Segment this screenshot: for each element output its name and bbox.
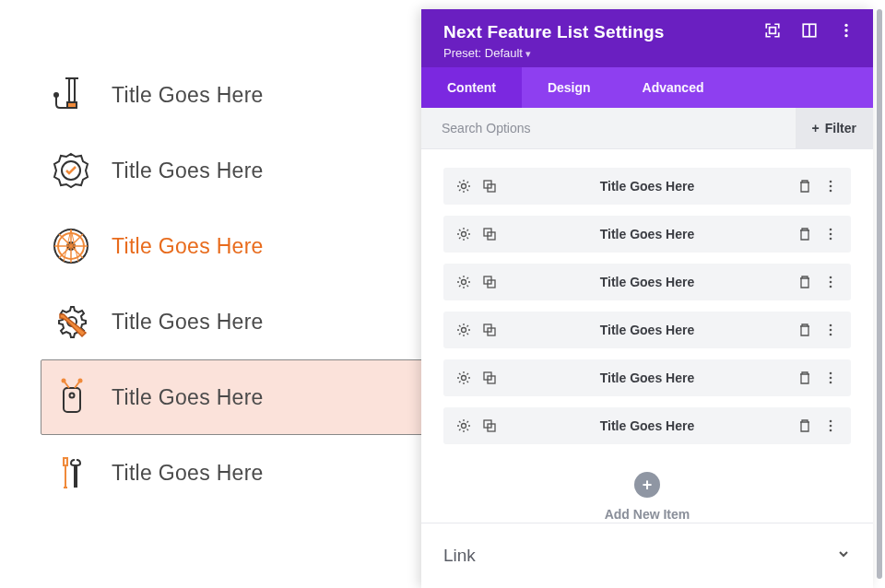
feature-item-label: Title Goes Here xyxy=(112,385,264,410)
gear-icon[interactable] xyxy=(456,323,471,337)
trash-icon[interactable] xyxy=(797,227,812,241)
list-row[interactable]: Title Goes Here xyxy=(443,264,851,300)
filter-button[interactable]: + Filter xyxy=(796,108,873,148)
svg-rect-15 xyxy=(64,388,80,412)
gear-icon[interactable] xyxy=(456,418,471,433)
svg-point-53 xyxy=(830,372,832,375)
svg-point-60 xyxy=(830,425,832,428)
scrollbar[interactable] xyxy=(877,9,882,579)
svg-rect-2 xyxy=(67,102,77,108)
duplicate-icon[interactable] xyxy=(482,323,497,337)
list-row[interactable]: Title Goes Here xyxy=(443,168,851,205)
feature-item[interactable]: Title Goes Here xyxy=(41,208,428,284)
svg-point-31 xyxy=(830,190,832,193)
feature-item-label: Title Goes Here xyxy=(112,461,264,486)
feature-item[interactable]: Title Goes Here xyxy=(41,133,428,208)
trash-icon[interactable] xyxy=(797,179,812,194)
svg-rect-0 xyxy=(69,78,75,102)
panel-body: Title Goes Here Title Goes Here Title xyxy=(421,149,873,523)
svg-point-48 xyxy=(830,329,832,332)
feature-item[interactable]: Title Goes Here xyxy=(41,435,428,511)
expand-icon[interactable] xyxy=(764,22,781,39)
svg-point-41 xyxy=(830,276,832,279)
svg-point-26 xyxy=(462,184,466,189)
more-vertical-icon[interactable] xyxy=(823,370,838,385)
svg-point-16 xyxy=(62,379,66,383)
trash-icon[interactable] xyxy=(797,323,812,337)
feature-list-preview: Title Goes Here Title Goes Here xyxy=(41,57,428,511)
svg-point-35 xyxy=(830,229,832,231)
columns-icon[interactable] xyxy=(801,22,818,39)
more-vertical-icon[interactable] xyxy=(823,275,838,289)
row-title: Title Goes Here xyxy=(497,227,797,241)
trash-icon[interactable] xyxy=(797,370,812,385)
svg-point-38 xyxy=(462,280,466,285)
svg-point-54 xyxy=(830,377,832,380)
panel-tabs: Content Design Advanced xyxy=(421,67,873,108)
list-row[interactable]: Title Goes Here xyxy=(443,312,851,348)
gear-wrench-icon xyxy=(51,301,91,342)
add-item-button[interactable]: + xyxy=(634,472,660,498)
svg-point-61 xyxy=(830,429,832,432)
list-row[interactable]: Title Goes Here xyxy=(443,216,851,253)
duplicate-icon[interactable] xyxy=(482,370,497,385)
svg-point-55 xyxy=(830,382,832,384)
tab-design[interactable]: Design xyxy=(522,67,617,108)
pump-icon xyxy=(51,75,91,115)
feature-item[interactable]: Title Goes Here xyxy=(41,284,428,359)
tab-content[interactable]: Content xyxy=(421,67,522,108)
more-vertical-icon[interactable] xyxy=(823,227,838,241)
feature-item-label: Title Goes Here xyxy=(112,234,264,259)
feature-item-label: Title Goes Here xyxy=(112,83,264,108)
svg-rect-20 xyxy=(770,28,776,34)
duplicate-icon[interactable] xyxy=(482,227,497,241)
gear-icon[interactable] xyxy=(456,275,471,289)
badge-check-icon xyxy=(51,150,91,191)
svg-point-24 xyxy=(844,29,847,31)
more-vertical-icon[interactable] xyxy=(823,179,838,194)
wheel-icon xyxy=(51,226,91,266)
svg-point-42 xyxy=(830,281,832,284)
preset-selector[interactable]: Preset: Default xyxy=(443,46,851,60)
trash-icon[interactable] xyxy=(797,418,812,433)
search-input[interactable] xyxy=(421,108,796,148)
svg-point-29 xyxy=(830,181,832,183)
tab-advanced[interactable]: Advanced xyxy=(617,67,730,108)
tools-icon xyxy=(51,453,91,493)
trash-icon[interactable] xyxy=(797,275,812,289)
svg-point-30 xyxy=(830,185,832,188)
row-title: Title Goes Here xyxy=(497,323,797,337)
svg-point-23 xyxy=(844,24,847,27)
chevron-down-icon xyxy=(836,547,851,565)
gear-icon[interactable] xyxy=(456,370,471,385)
more-vertical-icon[interactable] xyxy=(838,22,855,39)
duplicate-icon[interactable] xyxy=(482,418,497,433)
add-item-label: Add New Item xyxy=(443,507,851,522)
svg-point-32 xyxy=(462,232,466,237)
feature-item-label: Title Goes Here xyxy=(112,159,264,183)
filter-label: Filter xyxy=(825,121,856,135)
feature-item[interactable]: Title Goes Here xyxy=(41,57,428,133)
gear-icon[interactable] xyxy=(456,227,471,241)
feature-item[interactable]: Title Goes Here xyxy=(41,359,428,435)
link-section-title: Link xyxy=(443,546,476,566)
svg-point-3 xyxy=(54,93,58,97)
list-row[interactable]: Title Goes Here xyxy=(443,407,851,444)
row-title: Title Goes Here xyxy=(497,370,797,385)
panel-header: Next Feature List Settings Preset: Defau… xyxy=(421,9,873,67)
svg-point-25 xyxy=(844,34,847,37)
more-vertical-icon[interactable] xyxy=(823,418,838,433)
plus-icon: + xyxy=(812,121,820,135)
svg-point-44 xyxy=(462,328,466,333)
svg-point-19 xyxy=(75,468,77,470)
list-row[interactable]: Title Goes Here xyxy=(443,359,851,396)
duplicate-icon[interactable] xyxy=(482,179,497,194)
settings-panel: Next Feature List Settings Preset: Defau… xyxy=(421,9,873,588)
search-bar: + Filter xyxy=(421,108,873,149)
duplicate-icon[interactable] xyxy=(482,275,497,289)
gear-icon[interactable] xyxy=(456,179,471,194)
svg-point-17 xyxy=(78,379,83,383)
row-title: Title Goes Here xyxy=(497,179,797,194)
link-section[interactable]: Link xyxy=(421,523,873,588)
more-vertical-icon[interactable] xyxy=(823,323,838,337)
